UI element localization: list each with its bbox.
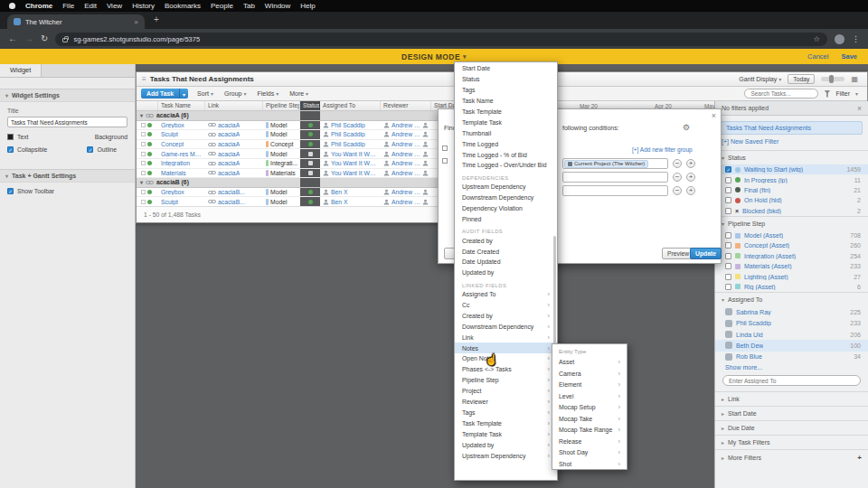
checkbox[interactable] <box>725 263 731 269</box>
condition-field[interactable]: Current Project (The Witcher) <box>562 158 668 169</box>
entity-link[interactable]: acaciaA <box>218 151 240 157</box>
link-cell[interactable]: acaciaA <box>205 159 263 168</box>
status-filter-final-fin[interactable]: Final (fin)21 <box>715 185 868 195</box>
reload-icon[interactable]: ↻ <box>41 34 48 43</box>
menu-item-date-created[interactable]: Date Created <box>455 246 557 257</box>
submenu-item-mocap-take[interactable]: Mocap Take› <box>552 413 627 425</box>
condition-field[interactable] <box>562 172 668 183</box>
assigned-to-cell[interactable]: Ben X <box>320 188 381 197</box>
assigned-to-cell[interactable]: You Want It Whe... <box>320 169 381 178</box>
assigned-to-cell[interactable]: Phil Scaddip <box>320 140 381 149</box>
filter-section-my-task-filters[interactable]: ▸My Task Filters <box>715 435 868 449</box>
checkbox[interactable] <box>725 208 731 214</box>
submenu-item-shoot-day[interactable]: Shoot Day› <box>552 447 627 459</box>
column-header-assigned-to[interactable]: Assigned To <box>320 101 381 110</box>
submenu-item-shot[interactable]: Shot› <box>552 458 627 470</box>
task-name-link[interactable]: Game-res Mesh <box>161 151 203 157</box>
filter-section-more-filters[interactable]: ▸More Filters+ <box>715 449 868 465</box>
menu-item-updated-by[interactable]: Updated by <box>455 267 557 278</box>
gantt-display-menu[interactable]: Gantt Display ▾ <box>739 76 781 82</box>
pipeline-step-cell[interactable]: Integrati... <box>263 159 300 168</box>
menubar-item-tab[interactable]: Tab <box>243 2 255 10</box>
toolbar-menu-fields[interactable]: Fields▾ <box>257 90 278 97</box>
task-name-cell[interactable]: Sculpt <box>158 197 205 206</box>
reviewer-link[interactable]: Andrew Law <box>392 170 420 176</box>
row-checkbox[interactable] <box>141 190 146 194</box>
entity-link[interactable]: acaciaA <box>218 170 240 176</box>
status-cell[interactable] <box>300 188 320 197</box>
toolbar-menu-group[interactable]: Group▾ <box>224 90 246 97</box>
reviewer-link[interactable]: Andrew Law <box>392 131 420 137</box>
assigned-link[interactable]: Phil Scaddip <box>331 141 365 147</box>
widget-title-input[interactable] <box>7 117 127 127</box>
status-cell[interactable] <box>300 149 320 158</box>
checkbox[interactable] <box>725 242 731 249</box>
close-icon[interactable]: × <box>712 111 716 120</box>
search-input[interactable] <box>744 89 818 99</box>
new-saved-filter-link[interactable]: [+] New Saved Filter <box>722 138 862 145</box>
filter-section-assigned-to[interactable]: ▾Assigned To <box>715 292 868 306</box>
filter-section-status[interactable]: ▾Status <box>715 150 868 164</box>
reviewer-cell[interactable]: Andrew Law <box>381 159 431 168</box>
submenu-item-asset[interactable]: Asset› <box>552 357 627 369</box>
row-checkbox[interactable] <box>141 171 146 175</box>
menu-icon[interactable]: ≡ <box>142 75 146 83</box>
dialog-checkbox[interactable] <box>442 158 448 164</box>
save-link[interactable]: Save <box>841 52 857 61</box>
task-name-cell[interactable]: Concept <box>158 140 205 149</box>
new-tab-button[interactable]: + <box>154 14 159 24</box>
add-condition-button[interactable]: + <box>686 186 695 195</box>
row-checkbox[interactable] <box>141 123 146 127</box>
assigned-to-cell[interactable]: Phil Scaddip <box>320 121 381 130</box>
status-filter-on-hold-hld[interactable]: On Hold (hld)2 <box>715 195 868 205</box>
menu-item-created-by[interactable]: Created by <box>455 235 557 246</box>
submenu-item-element[interactable]: Element› <box>552 380 627 391</box>
menu-item-assigned-to[interactable]: Assigned To› <box>455 289 557 300</box>
task-name-link[interactable]: Greybox <box>161 122 184 128</box>
reviewer-cell[interactable]: Andrew Law <box>381 188 431 197</box>
menubar-item-file[interactable]: File <box>62 2 74 10</box>
assigned-link[interactable]: Phil Scaddip <box>331 122 365 128</box>
menu-item-thumbnail[interactable]: Thumbnail <box>455 127 557 138</box>
entity-link[interactable]: acaciaA <box>218 141 240 147</box>
submenu-item-mocap-setup[interactable]: Mocap Setup› <box>552 402 627 414</box>
tab-widget[interactable]: Widget <box>0 64 42 77</box>
task-name-cell[interactable]: Integration <box>158 159 205 168</box>
status-cell[interactable] <box>300 121 320 130</box>
status-filter-waiting-to-start-wtg[interactable]: ✓Waiting to Start (wtg)1459 <box>715 164 868 174</box>
back-icon[interactable]: ← <box>8 34 17 43</box>
task-name-link[interactable]: Sculpt <box>161 131 178 137</box>
task-name-link[interactable]: Sculpt <box>161 199 178 205</box>
profile-avatar[interactable] <box>835 34 844 44</box>
column-header-link[interactable]: Link <box>205 101 263 110</box>
status-cell[interactable] <box>300 130 320 139</box>
menubar-item-edit[interactable]: Edit <box>84 2 97 10</box>
submenu-item-level[interactable]: Level› <box>552 390 627 402</box>
submenu-item-mocap-take-range[interactable]: Mocap Take Range› <box>552 425 627 436</box>
zoom-knob[interactable] <box>829 75 834 83</box>
background-label[interactable]: Background <box>95 134 127 140</box>
menubar-item-view[interactable]: View <box>107 2 122 10</box>
remove-condition-button[interactable]: − <box>673 159 682 168</box>
project-condition-token[interactable]: Current Project (The Witcher) <box>564 160 648 168</box>
checkbox[interactable] <box>725 177 731 183</box>
pipeline-filter-concept-asset[interactable]: Concept (Asset)260 <box>715 240 868 250</box>
task-name-cell[interactable]: Materials <box>158 169 205 178</box>
menu-item-date-updated[interactable]: Date Updated <box>455 257 557 267</box>
cancel-link[interactable]: Cancel <box>807 52 828 61</box>
menu-item-template-task[interactable]: Template Task› <box>455 428 557 439</box>
filter-section-pipeline-step[interactable]: ▾Pipeline Step <box>715 216 868 230</box>
menu-item-downstream-dependency[interactable]: Downstream Dependency› <box>455 321 557 332</box>
column-header-status[interactable]: Status <box>300 101 320 110</box>
menu-item-phases-tasks[interactable]: Phases <-> Tasks› <box>455 364 557 375</box>
gantt-zoom-slider[interactable] <box>821 77 844 81</box>
menu-item-template-task[interactable]: Template Task <box>455 117 557 127</box>
menu-item-updated-by[interactable]: Updated by› <box>455 439 557 450</box>
menu-item-open-notes[interactable]: Open Notes› <box>455 353 557 364</box>
entity-link[interactable]: acaciaA <box>218 160 240 166</box>
menubar-app-name[interactable]: Chrome <box>25 2 52 10</box>
task-name-cell[interactable]: Game-res Mesh <box>158 149 205 158</box>
caret-down-icon[interactable]: ▾ <box>179 89 188 99</box>
row-checkbox[interactable] <box>141 200 146 204</box>
assigned-link[interactable]: Ben X <box>331 189 348 195</box>
